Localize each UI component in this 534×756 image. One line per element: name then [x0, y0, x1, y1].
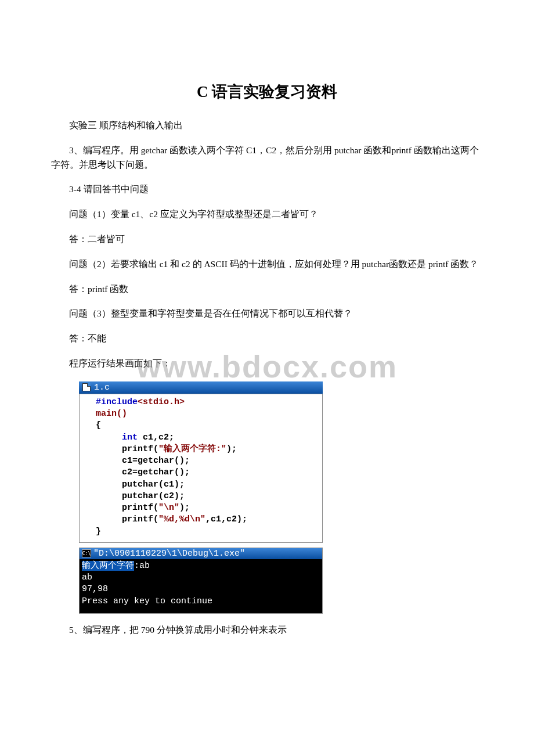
code-l5b: "输入两个字符:": [158, 444, 226, 454]
code-l5a: printf(: [96, 444, 158, 454]
code-l6: c1=getchar();: [96, 456, 190, 466]
code-l12: }: [96, 527, 101, 537]
question-5: 5、编写程序，把 790 分钟换算成用小时和分钟来表示: [51, 624, 483, 636]
question-1: 问题（1）变量 c1、c2 应定义为字符型或整型还是二者皆可？: [51, 207, 483, 222]
file-icon: [82, 383, 91, 391]
code-filename: 1.c: [94, 383, 110, 393]
answer-1: 答：二者皆可: [51, 232, 483, 247]
console-l1-rest: :ab: [134, 561, 150, 571]
console-titlebar: C:\ "D:\0901110229\1\Debug\1.exe": [80, 548, 322, 559]
question-3: 3、编写程序。用 getchar 函数读入两个字符 C1，C2，然后分别用 pu…: [51, 143, 483, 172]
result-caption: 程序运行结果画面如下：: [51, 357, 483, 371]
console-body: 输入两个字符:ab ab 97,98 Press any key to cont…: [80, 559, 322, 613]
code-l5c: );: [226, 444, 237, 454]
subheading-3-4: 3-4 请回答书中问题: [51, 182, 483, 197]
code-l8: putchar(c1);: [96, 480, 185, 489]
code-editor-window: 1.c #include<stdio.h> main() { int c1,c2…: [79, 381, 323, 614]
code-l1b: <stdio.h>: [138, 397, 185, 407]
code-body: #include<stdio.h> main() { int c1,c2; pr…: [79, 394, 323, 543]
console-l3: 97,98: [82, 584, 108, 594]
console-window: C:\ "D:\0901110229\1\Debug\1.exe" 输入两个字符…: [79, 548, 323, 614]
code-l11c: ,c1,c2);: [205, 514, 247, 524]
answer-3: 答：不能: [51, 332, 483, 346]
console-title-text: "D:\0901110229\1\Debug\1.exe": [93, 549, 245, 559]
code-l10c: );: [179, 503, 190, 513]
cmd-icon: C:\: [82, 549, 91, 557]
code-l3: {: [96, 420, 101, 430]
console-l2: ab: [82, 573, 92, 582]
answer-2: 答：printf 函数: [51, 282, 483, 297]
question-2: 问题（2）若要求输出 c1 和 c2 的 ASCII 码的十进制值，应如何处理？…: [51, 257, 483, 272]
code-l10b: "\n": [158, 503, 179, 513]
code-l7: c2=getchar();: [96, 467, 190, 477]
page-title: C 语言实验复习资料: [51, 81, 483, 102]
code-l4a: int: [96, 433, 138, 442]
code-l4b: c1,c2;: [138, 433, 174, 442]
code-titlebar: 1.c: [79, 381, 323, 394]
question-3b: 问题（3）整型变量和字符型变量是否在任何情况下都可以互相代替？: [51, 307, 483, 321]
code-l9: putchar(c2);: [96, 491, 185, 501]
code-l2: main(): [96, 409, 127, 419]
code-l10a: printf(: [96, 503, 158, 513]
code-l11b: "%d,%d\n": [158, 514, 205, 524]
code-l11a: printf(: [96, 514, 158, 524]
console-l4: Press any key to continue: [82, 596, 212, 606]
heading-exp3: 实验三 顺序结构和输入输出: [51, 118, 483, 133]
code-l1a: #include: [96, 397, 138, 407]
console-l1-hl: 输入两个字符: [82, 561, 134, 571]
